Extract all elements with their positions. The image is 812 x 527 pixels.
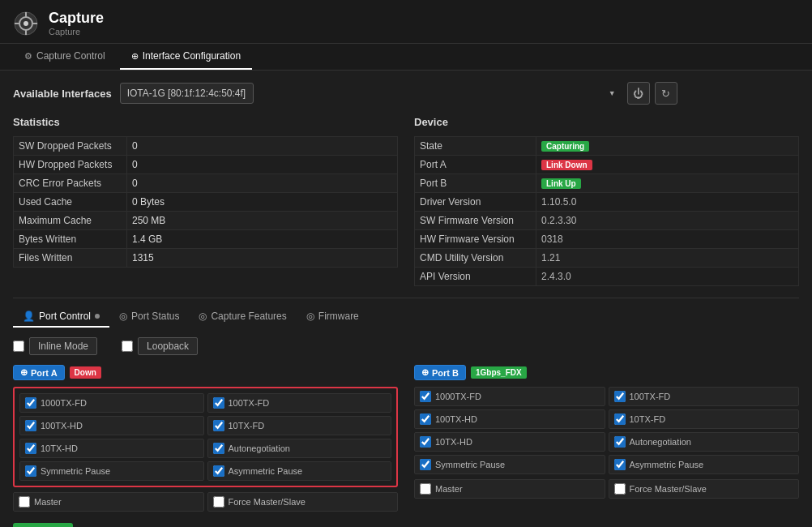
- b-asym-pause-checkbox[interactable]: [614, 459, 626, 470]
- interfaces-dropdown-wrapper: IOTA-1G [80:1f:12:4c:50:4f]: [120, 83, 622, 104]
- port-b-panel: ⊕ Port B 1Gbps_FDX 1000TX-FD100TX-FD100T…: [414, 365, 799, 512]
- b-master-checkbox[interactable]: [420, 483, 431, 495]
- stat-label: HW Dropped Packets: [14, 156, 127, 174]
- loopback-label: Loopback: [138, 337, 198, 355]
- a-force-master-label: Force Master/Slave: [229, 497, 306, 507]
- a-100tx-hd-checkbox[interactable]: [25, 420, 36, 431]
- power-button[interactable]: ⏻: [627, 82, 650, 105]
- a-asym-pause-checkbox[interactable]: [213, 465, 224, 477]
- interfaces-select[interactable]: IOTA-1G [80:1f:12:4c:50:4f]: [120, 83, 254, 104]
- device-label: Port A: [415, 156, 536, 174]
- device-value: Link Down: [536, 156, 799, 174]
- b-10tx-hd-checkbox[interactable]: [420, 436, 431, 448]
- stat-row: Files Written1315: [14, 249, 398, 268]
- sub-tab-firmware[interactable]: ◎ Firmware: [297, 306, 369, 328]
- feature-item: 1000TX-FD: [414, 387, 605, 406]
- b-10tx-fd-checkbox[interactable]: [614, 413, 626, 425]
- b-100tx-hd-label: 100TX-HD: [435, 414, 477, 424]
- b-10tx-hd-label: 10TX-HD: [435, 437, 472, 447]
- device-row: StateCapturing: [415, 137, 799, 156]
- app-subtitle: Capture: [49, 27, 104, 36]
- tab-interface-configuration[interactable]: ⊕ Interface Configuration: [120, 44, 252, 70]
- feature-item: Autonegotiation: [207, 439, 392, 458]
- a-1000tx-fd-checkbox[interactable]: [25, 397, 36, 409]
- port-a-icon: ⊕: [20, 367, 28, 378]
- a-master-label: Master: [34, 497, 62, 507]
- port-a-panel: ⊕ Port A Down 1000TX-FD100TX-FD100TX-HD1…: [13, 365, 398, 512]
- b-sym-pause-label: Symmetric Pause: [435, 460, 505, 469]
- feature-item: Force Master/Slave: [207, 492, 399, 512]
- device-row: HW Firmware Version0318: [415, 230, 799, 249]
- a-autoneg-checkbox[interactable]: [213, 443, 224, 454]
- b-force-master-checkbox[interactable]: [614, 483, 626, 495]
- port-control-icon: 👤: [23, 311, 35, 322]
- loopback-item: Loopback: [122, 337, 198, 355]
- sub-tab-capture-features[interactable]: ◎ Capture Features: [189, 306, 296, 328]
- main-tabs: ⚙ Capture Control ⊕ Interface Configurat…: [0, 44, 812, 71]
- stat-value: 1.4 GB: [127, 230, 398, 249]
- b-master-label: Master: [435, 484, 463, 494]
- stat-row: Bytes Written1.4 GB: [14, 230, 398, 249]
- feature-item: Master: [13, 492, 204, 512]
- sub-tab-port-control[interactable]: 👤 Port Control: [13, 306, 109, 328]
- a-10tx-fd-checkbox[interactable]: [213, 420, 224, 431]
- feature-item: 10TX-FD: [207, 416, 392, 435]
- feature-item: 10TX-HD: [19, 439, 204, 458]
- b-100tx-fd-checkbox[interactable]: [614, 391, 626, 402]
- tab-capture-control[interactable]: ⚙ Capture Control: [13, 44, 117, 70]
- port-b-header: ⊕ Port B 1Gbps_FDX: [414, 365, 799, 380]
- port-b-badge: ⊕ Port B: [414, 365, 466, 380]
- stat-value: 1315: [127, 249, 398, 268]
- stat-row: Maximum Cache250 MB: [14, 212, 398, 230]
- stat-value: 0: [127, 174, 398, 193]
- interfaces-label: Available Interfaces: [13, 88, 112, 100]
- stat-label: SW Dropped Packets: [14, 137, 127, 156]
- b-100tx-hd-checkbox[interactable]: [420, 413, 431, 425]
- feature-item: Symmetric Pause: [19, 461, 204, 481]
- port-b-speed: 1Gbps_FDX: [471, 366, 527, 379]
- sub-tab-port-status[interactable]: ◎ Port Status: [109, 306, 189, 328]
- device-label: Port B: [415, 174, 536, 193]
- feature-item: 1000TX-FD: [19, 393, 204, 413]
- a-100tx-fd-checkbox[interactable]: [213, 397, 224, 409]
- device-title: Device: [414, 116, 799, 131]
- a-sym-pause-label: Symmetric Pause: [41, 466, 110, 476]
- device-value: 1.10.5.0: [536, 193, 799, 212]
- b-autoneg-checkbox[interactable]: [614, 436, 626, 448]
- feature-item: Asymmetric Pause: [207, 461, 392, 481]
- refresh-button[interactable]: ↻: [655, 82, 677, 105]
- a-autoneg-label: Autonegotiation: [229, 443, 290, 453]
- port-a-status: Down: [70, 366, 101, 379]
- ports-row: ⊕ Port A Down 1000TX-FD100TX-FD100TX-HD1…: [13, 365, 799, 512]
- a-force-master-checkbox[interactable]: [213, 496, 224, 508]
- statistics-table: SW Dropped Packets0HW Dropped Packets0CR…: [13, 136, 398, 268]
- sub-tab-port-control-label: Port Control: [39, 311, 91, 322]
- feature-item: Symmetric Pause: [414, 455, 605, 474]
- port-a-features-normal: MasterForce Master/Slave: [13, 492, 398, 512]
- port-control-dot: [95, 314, 100, 319]
- b-sym-pause-checkbox[interactable]: [420, 459, 431, 470]
- a-asym-pause-label: Asymmetric Pause: [229, 466, 303, 476]
- stat-label: Maximum Cache: [14, 212, 127, 230]
- inline-mode-checkbox[interactable]: [13, 341, 24, 352]
- sub-tab-capture-features-label: Capture Features: [211, 311, 286, 322]
- a-100tx-fd-label: 100TX-FD: [229, 398, 270, 408]
- b-autoneg-label: Autonegotiation: [630, 437, 691, 447]
- stat-row: Used Cache0 Bytes: [14, 193, 398, 212]
- device-value: Capturing: [536, 137, 799, 156]
- a-10tx-hd-checkbox[interactable]: [25, 443, 36, 454]
- port-a-features-highlighted: 1000TX-FD100TX-FD100TX-HD10TX-FD10TX-HDA…: [13, 387, 398, 487]
- device-row: CMD Utility Version1.21: [415, 249, 799, 268]
- b-1000tx-fd-checkbox[interactable]: [420, 391, 431, 402]
- feature-item: Autonegotiation: [609, 432, 800, 452]
- a-sym-pause-checkbox[interactable]: [25, 465, 36, 477]
- device-label: Driver Version: [415, 193, 536, 212]
- loopback-checkbox[interactable]: [122, 341, 133, 352]
- main-content: Available Interfaces IOTA-1G [80:1f:12:4…: [0, 71, 812, 527]
- a-master-checkbox[interactable]: [19, 496, 30, 508]
- feature-item: 100TX-FD: [609, 387, 800, 406]
- statistics-title: Statistics: [13, 116, 398, 131]
- port-b-features: 1000TX-FD100TX-FD100TX-HD10TX-FD10TX-HDA…: [414, 387, 799, 474]
- device-value: 0318: [536, 230, 799, 249]
- save-button[interactable]: ✔ Save: [13, 523, 73, 527]
